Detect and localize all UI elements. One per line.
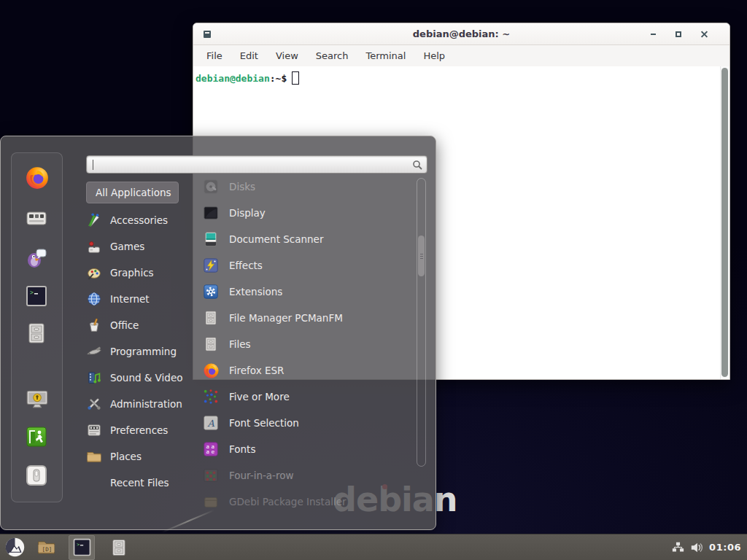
app-label: Four-in-a-row <box>229 470 294 481</box>
app-label: Document Scanner <box>229 233 323 245</box>
menu-logo-icon <box>4 537 26 558</box>
app-fonts[interactable]: a aa e Fonts <box>202 436 415 462</box>
menu-view[interactable]: View <box>276 50 298 61</box>
svg-text:A: A <box>206 418 214 429</box>
terminal-taskbar-button[interactable]: > <box>69 535 95 560</box>
menu-search-input[interactable] <box>93 159 412 170</box>
app-label: File Manager PCManFM <box>229 312 343 324</box>
accessories-icon <box>86 212 102 228</box>
app-firefox-esr[interactable]: Firefox ESR <box>202 357 415 384</box>
app-list-scrollbar-thumb[interactable] <box>418 236 425 276</box>
firefox-icon <box>202 362 220 379</box>
category-label: Games <box>110 241 144 252</box>
file-cabinet-icon[interactable] <box>25 322 50 346</box>
terminal-scrollbar[interactable] <box>720 66 729 380</box>
terminal-titlebar[interactable]: debian@debian: ~ <box>193 23 729 45</box>
minimize-button[interactable] <box>646 28 659 41</box>
svg-text:>: > <box>76 542 79 548</box>
shut-down-icon[interactable] <box>25 464 50 489</box>
category-office[interactable]: Office <box>86 312 196 338</box>
file-cabinet-icon <box>202 309 220 327</box>
app-file-manager-pcmanfm[interactable]: File Manager PCManFM <box>202 305 415 331</box>
menu-help[interactable]: Help <box>423 50 445 61</box>
sound-video-icon <box>86 370 102 386</box>
category-list: Accessories Games Graphics Internet Offi… <box>86 207 196 496</box>
file-manager-launcher[interactable]: [D] <box>32 535 60 560</box>
app-list-scrollbar[interactable] <box>417 178 426 467</box>
app-label: Extensions <box>229 286 282 298</box>
window-app-icon <box>204 31 211 38</box>
app-files[interactable]: Files <box>202 331 415 357</box>
category-administration[interactable]: Administration <box>86 391 196 417</box>
app-display[interactable]: Display <box>202 200 415 226</box>
extensions-icon <box>202 283 220 300</box>
document-scanner-icon <box>202 230 220 248</box>
app-label: Effects <box>229 260 263 271</box>
menu-terminal[interactable]: Terminal <box>365 50 406 61</box>
application-menu: > All Applications Accessories <box>0 136 436 530</box>
app-label: Five or More <box>229 391 290 402</box>
preferences-icon <box>86 422 102 438</box>
menu-edit[interactable]: Edit <box>240 50 258 61</box>
category-label: Office <box>110 319 139 331</box>
close-button[interactable] <box>697 28 711 41</box>
folder-icon: [D] <box>36 537 56 557</box>
category-graphics[interactable]: Graphics <box>86 260 196 286</box>
file-cabinet-icon <box>202 335 220 353</box>
file-cabinet-launcher[interactable] <box>105 535 133 560</box>
terminal-cursor <box>292 71 299 85</box>
app-label: Font Selection <box>229 417 299 429</box>
category-sound-video[interactable]: Sound & Video <box>86 365 196 391</box>
category-preferences[interactable]: Preferences <box>86 417 196 443</box>
effects-icon <box>202 257 220 274</box>
menu-button[interactable] <box>0 535 29 560</box>
terminal-icon[interactable]: > <box>25 284 50 309</box>
menu-search-box[interactable] <box>86 155 427 174</box>
app-four-in-a-row[interactable]: Four-in-a-row <box>202 462 415 489</box>
network-icon[interactable] <box>672 541 684 553</box>
favorites-rail: > <box>11 152 63 502</box>
app-label: GDebi Package Installer <box>229 496 347 508</box>
application-list: Disks Display Document Scanner Effects E… <box>202 174 415 515</box>
clock[interactable]: 01:06 <box>709 542 741 553</box>
search-icon <box>412 160 422 170</box>
category-games[interactable]: Games <box>86 233 196 260</box>
five-or-more-icon <box>202 388 220 405</box>
category-label: Sound & Video <box>110 372 182 384</box>
category-accessories[interactable]: Accessories <box>86 207 196 233</box>
all-applications-button[interactable]: All Applications <box>86 182 179 203</box>
menu-search[interactable]: Search <box>316 50 349 61</box>
log-out-icon[interactable] <box>25 425 50 450</box>
font-selection-icon: A <box>202 414 220 432</box>
category-programming[interactable]: Programming <box>86 338 196 365</box>
terminal-scrollbar-thumb[interactable] <box>721 68 728 377</box>
disks-icon <box>202 178 220 195</box>
taskbar: [D] > 0 <box>0 534 747 560</box>
app-extensions[interactable]: Extensions <box>202 279 415 305</box>
app-font-selection[interactable]: A Font Selection <box>202 410 415 436</box>
terminal-menubar: File Edit View Search Terminal Help <box>193 45 729 66</box>
app-gdebi-package-installer[interactable]: GDebi Package Installer <box>202 489 415 515</box>
volume-icon[interactable] <box>690 541 703 554</box>
menu-file[interactable]: File <box>206 50 222 61</box>
category-label: Accessories <box>110 214 168 226</box>
app-label: Disks <box>229 181 255 192</box>
app-document-scanner[interactable]: Document Scanner <box>202 226 415 252</box>
category-label: Graphics <box>110 267 154 279</box>
app-effects[interactable]: Effects <box>202 252 415 279</box>
window-title: debian@debian: ~ <box>413 28 510 39</box>
app-label: Firefox ESR <box>229 365 284 376</box>
category-recent-files[interactable]: Recent Files <box>86 470 196 496</box>
fonts-icon: a aa e <box>202 440 220 458</box>
lock-screen-icon[interactable] <box>25 387 50 412</box>
category-internet[interactable]: Internet <box>86 286 196 312</box>
pidgin-icon[interactable] <box>25 246 50 271</box>
app-five-or-more[interactable]: Five or More <box>202 384 415 410</box>
administration-icon <box>86 396 102 412</box>
taskbar-tray: 01:06 <box>672 541 747 554</box>
maximize-button[interactable] <box>672 28 685 41</box>
app-disks[interactable]: Disks <box>202 174 415 200</box>
category-places[interactable]: Places <box>86 443 196 470</box>
settings-icon[interactable] <box>25 206 50 231</box>
firefox-icon[interactable] <box>25 166 50 190</box>
